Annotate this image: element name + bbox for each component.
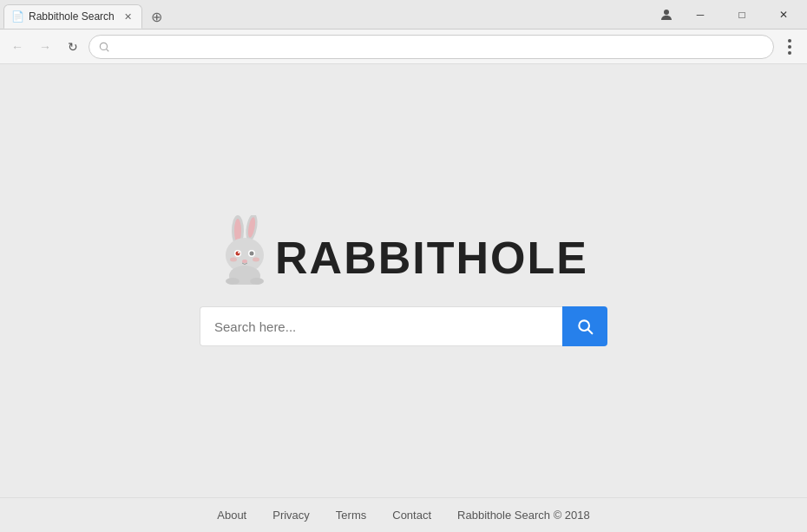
svg-line-2 <box>106 49 108 51</box>
svg-point-18 <box>250 278 264 285</box>
footer-link-terms[interactable]: Terms <box>336 509 366 522</box>
main-content: RABBITHOLE <box>0 64 807 497</box>
svg-point-15 <box>253 258 259 262</box>
forward-button[interactable]: → <box>33 35 57 59</box>
back-button[interactable]: ← <box>5 35 30 59</box>
forward-icon: → <box>39 40 51 54</box>
svg-point-10 <box>236 252 240 256</box>
profile-button[interactable] <box>654 3 679 27</box>
close-button[interactable]: ✕ <box>764 0 804 29</box>
three-dots-icon <box>788 39 791 55</box>
window-controls: ─ □ ✕ <box>651 0 807 29</box>
tab-area: 📄 Rabbithole Search ✕ ⊕ <box>0 0 651 29</box>
minimize-button[interactable]: ─ <box>680 0 720 29</box>
footer-link-privacy[interactable]: Privacy <box>272 509 310 522</box>
logo-wrapper: RABBITHOLE <box>219 215 588 280</box>
title-bar: 📄 Rabbithole Search ✕ ⊕ ─ □ ✕ <box>0 0 807 30</box>
site-logo-text: RABBITHOLE <box>275 235 588 280</box>
footer-copyright: Rabbithole Search © 2018 <box>457 509 590 522</box>
minimize-icon: ─ <box>697 9 705 21</box>
svg-point-0 <box>664 10 669 15</box>
new-tab-button[interactable]: ⊕ <box>144 4 168 29</box>
close-icon: ✕ <box>779 9 788 21</box>
back-icon: ← <box>11 40 23 54</box>
tab-close-button[interactable]: ✕ <box>121 10 134 23</box>
maximize-button[interactable]: □ <box>722 0 762 29</box>
new-tab-icon: ⊕ <box>151 9 162 25</box>
reload-button[interactable]: ↻ <box>61 35 85 59</box>
tab-label: Rabbithole Search <box>29 10 115 23</box>
svg-point-12 <box>238 252 239 253</box>
svg-point-11 <box>250 252 254 256</box>
search-input[interactable] <box>200 306 562 346</box>
profile-icon <box>659 7 674 23</box>
address-bar[interactable] <box>89 35 774 59</box>
footer: About Privacy Terms Contact Rabbithole S… <box>0 497 807 532</box>
search-button[interactable] <box>562 306 607 346</box>
active-tab[interactable]: 📄 Rabbithole Search ✕ <box>3 4 142 29</box>
search-container <box>200 306 607 346</box>
rabbit-logo-icon <box>219 215 275 285</box>
svg-point-17 <box>226 278 239 285</box>
svg-point-14 <box>230 258 237 262</box>
logo-container: RABBITHOLE <box>219 215 588 280</box>
svg-line-20 <box>588 330 593 334</box>
maximize-icon: □ <box>738 9 745 21</box>
tab-favicon: 📄 <box>11 10 23 23</box>
reload-icon: ↻ <box>68 40 78 54</box>
address-input[interactable] <box>115 40 764 53</box>
footer-link-about[interactable]: About <box>217 509 246 522</box>
footer-link-contact[interactable]: Contact <box>392 509 431 522</box>
navigation-bar: ← → ↻ <box>0 30 807 64</box>
search-icon <box>576 318 594 335</box>
svg-point-13 <box>242 259 247 263</box>
browser-menu-button[interactable] <box>777 35 802 59</box>
svg-point-1 <box>100 43 107 49</box>
address-bar-icon <box>98 41 110 53</box>
